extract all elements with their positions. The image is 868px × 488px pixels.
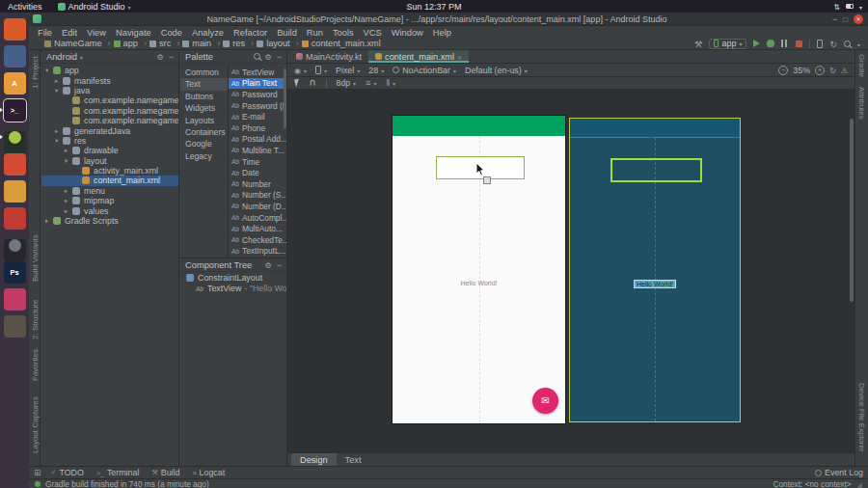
tree-item[interactable]: com.example.namegame (androidTest) (41, 106, 178, 116)
context-indicator[interactable]: Context: <no context> (773, 479, 851, 488)
tool-window-button[interactable]: 2: Structure (31, 300, 40, 339)
tree-item[interactable]: ▸ drawable (41, 146, 178, 155)
menu-item[interactable]: Run (302, 28, 328, 38)
launcher-icon[interactable]: A (4, 72, 26, 95)
palette-item[interactable]: Ab TextInputL... (229, 246, 286, 258)
zoom-fit-button[interactable] (829, 66, 836, 75)
palette-item[interactable]: Ab Postal Add... (229, 134, 286, 146)
expand-arrow-icon[interactable]: ▾ (65, 157, 72, 165)
palette-item[interactable]: Ab Time (229, 156, 286, 168)
tool-window-button[interactable]: Build (151, 468, 179, 477)
component-tree-item[interactable]: TextView - "Hello Worl..." (180, 283, 286, 293)
palette-category[interactable]: Widgets (180, 102, 228, 114)
palette-item[interactable]: Ab Password (229, 89, 286, 100)
launcher-icon[interactable] (4, 126, 26, 149)
tree-item[interactable]: content_main.xml (41, 176, 178, 185)
tree-item[interactable]: activity_main.xml (41, 166, 178, 176)
palette-item[interactable]: Ab Number (D... (229, 201, 286, 212)
tree-item[interactable]: ▾ app (41, 66, 178, 75)
expand-arrow-icon[interactable]: ▸ (45, 217, 53, 225)
tree-item[interactable]: com.example.namegame (test) (41, 116, 178, 125)
profile-button[interactable] (781, 40, 789, 47)
launcher-icon[interactable] (4, 207, 26, 230)
expand-arrow-icon[interactable]: ▾ (55, 87, 63, 95)
tool-window-button[interactable]: Terminal (96, 468, 140, 477)
tree-item[interactable]: ▸ menu (41, 186, 178, 196)
zoom-out-button[interactable] (778, 66, 788, 75)
palette-category[interactable]: Layouts (180, 115, 228, 126)
launcher-icon[interactable] (4, 18, 26, 41)
palette-scrollbar[interactable] (284, 68, 286, 128)
breadcrumb-item[interactable]: content_main.xml (302, 39, 381, 48)
orientation-selector[interactable] (315, 66, 327, 75)
menu-item[interactable]: Navigate (111, 28, 156, 38)
menu-item[interactable]: View (82, 28, 111, 38)
debug-button[interactable] (767, 40, 774, 47)
activities-button[interactable]: Activities (8, 2, 42, 12)
expand-arrow-icon[interactable]: ▸ (65, 147, 72, 154)
expand-arrow-icon[interactable]: ▸ (65, 187, 72, 195)
search-icon[interactable] (254, 53, 260, 60)
tree-item[interactable]: ▾ layout (41, 156, 178, 166)
launcher-icon[interactable] (4, 234, 26, 257)
build-hammer-icon[interactable] (694, 39, 702, 49)
palette-category[interactable]: Buttons (180, 91, 228, 102)
default-margin-selector[interactable]: 8dp (337, 78, 357, 88)
menu-item[interactable]: Help (428, 28, 456, 38)
close-tab-icon[interactable] (457, 52, 462, 62)
tool-window-button[interactable]: Logcat (192, 468, 225, 477)
clock[interactable]: Sun 12:37 PM (406, 2, 461, 12)
autoconnect-magnet-icon[interactable] (310, 78, 316, 88)
avd-manager-icon[interactable] (817, 40, 823, 48)
breadcrumb-item[interactable]: res (223, 39, 257, 48)
tree-item[interactable]: ▸ Gradle Scripts (41, 216, 178, 226)
hide-panel-icon[interactable] (277, 52, 282, 62)
event-log-button[interactable]: Event Log (815, 468, 863, 477)
palette-item[interactable]: Ab Phone (229, 122, 286, 134)
tool-window-button[interactable]: Build Variants (31, 234, 40, 282)
expand-arrow-icon[interactable]: ▸ (65, 197, 72, 204)
expand-arrow-icon[interactable]: ▾ (55, 137, 63, 145)
launcher-icon[interactable] (4, 180, 26, 203)
palette-category[interactable]: Google (180, 138, 228, 149)
status-message[interactable]: Gradle build finished in 740 ms (a minut… (45, 479, 209, 488)
tree-item[interactable]: ▾ res (41, 136, 178, 146)
tool-window-button[interactable]: Layout Captures (31, 396, 40, 453)
editor-tab[interactable]: content_main.xml (368, 50, 469, 63)
expand-arrow-icon[interactable]: ▸ (55, 127, 63, 135)
palette-item[interactable]: Ab Plain Text (229, 78, 286, 90)
run-config-selector[interactable]: app (709, 39, 746, 49)
breadcrumb-item[interactable]: app (114, 39, 149, 48)
maximize-button[interactable] (843, 14, 848, 24)
system-tray[interactable] (833, 2, 862, 12)
gear-icon[interactable] (265, 52, 272, 62)
palette-category[interactable]: Legacy (180, 150, 228, 162)
breadcrumb-item[interactable]: main (182, 39, 223, 48)
design-surface-selector[interactable] (294, 66, 307, 75)
hide-panel-icon[interactable] (169, 52, 174, 62)
hello-world-text[interactable]: Hello World! (393, 280, 565, 286)
menu-item[interactable]: Build (272, 28, 302, 38)
tool-window-button[interactable]: Gradle (857, 54, 866, 77)
palette-item[interactable]: Ab AutoCompl... (229, 212, 286, 224)
tree-item[interactable]: com.example.namegame (41, 95, 178, 105)
palette-item[interactable]: Ab Multiline T... (229, 145, 286, 156)
tree-item[interactable]: ▸ mipmap (41, 196, 178, 205)
palette-item[interactable]: Ab CheckedTe... (229, 234, 286, 246)
gear-icon[interactable] (157, 52, 164, 62)
align-menu[interactable] (366, 78, 376, 88)
device-selector[interactable]: Pixel (336, 66, 360, 75)
expand-arrow-icon[interactable]: ▾ (45, 67, 53, 74)
editor-mode-tab[interactable]: Text (337, 453, 370, 466)
design-preview[interactable]: Hello World! (393, 116, 565, 423)
menu-item[interactable]: Code (156, 28, 187, 38)
stop-button[interactable] (796, 41, 802, 47)
gear-icon[interactable] (265, 260, 272, 270)
component-tree-item[interactable]: ConstraintLayout (180, 272, 286, 283)
tree-item[interactable]: ▸ manifests (41, 75, 178, 85)
launcher-icon[interactable]: >_ (4, 99, 26, 122)
menu-item[interactable]: File (33, 28, 57, 38)
zoom-in-button[interactable] (815, 66, 825, 75)
canvas-scrollbar[interactable] (850, 119, 854, 302)
breadcrumb-item[interactable]: layout (257, 39, 302, 48)
